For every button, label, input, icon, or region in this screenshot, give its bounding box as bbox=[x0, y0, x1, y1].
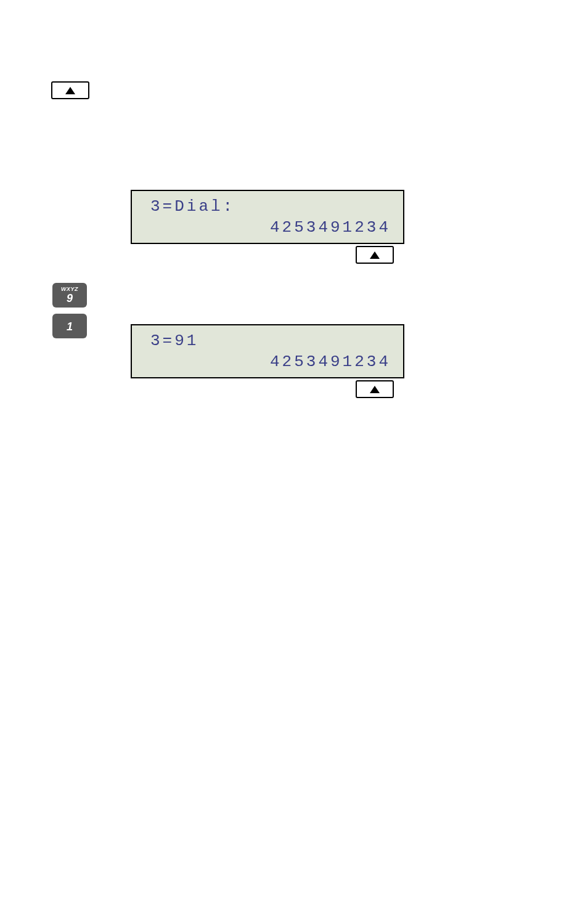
keypad-key-9[interactable]: WXYZ 9 bbox=[52, 283, 87, 308]
lcd2-line1: 3=91 bbox=[150, 332, 198, 350]
svg-marker-1 bbox=[370, 251, 380, 259]
keypad-key-9-digit: 9 bbox=[67, 293, 73, 304]
up-triangle-icon bbox=[65, 86, 76, 95]
keypad-key-1-digit: 1 bbox=[67, 321, 73, 332]
up-triangle-icon bbox=[369, 385, 380, 394]
softkey-up-lcd1[interactable] bbox=[356, 246, 394, 264]
lcd2-line2: 4253491234 bbox=[270, 353, 391, 371]
svg-marker-2 bbox=[370, 386, 380, 393]
softkey-up-lcd2[interactable] bbox=[356, 380, 394, 398]
lcd-screen-1: 3=Dial: 4253491234 bbox=[131, 190, 404, 244]
svg-marker-0 bbox=[65, 87, 75, 94]
keypad-key-9-letters: WXYZ bbox=[61, 287, 78, 292]
lcd-screen-2: 3=91 4253491234 bbox=[131, 324, 404, 378]
keypad-key-1[interactable]: 1 bbox=[52, 314, 87, 338]
softkey-up-top[interactable] bbox=[51, 81, 89, 99]
lcd1-line1: 3=Dial: bbox=[150, 197, 235, 216]
up-triangle-icon bbox=[369, 251, 380, 259]
lcd1-line2: 4253491234 bbox=[270, 218, 391, 237]
